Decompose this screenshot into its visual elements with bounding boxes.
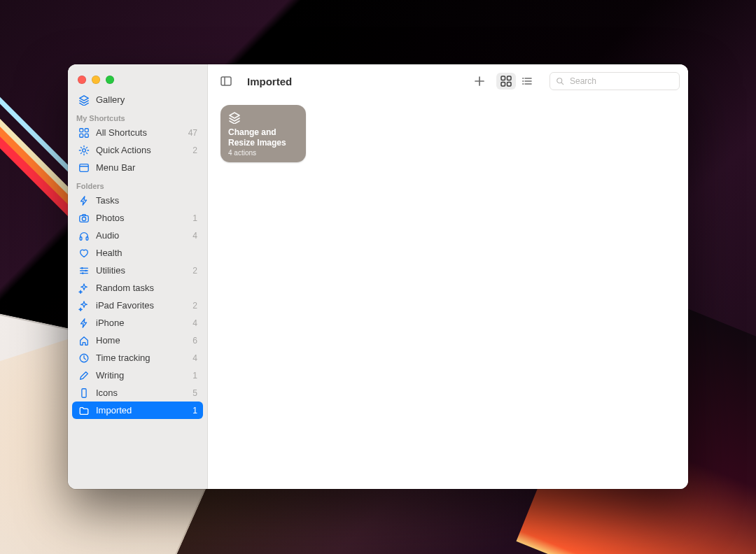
sidebar-item-label: Icons [96, 388, 187, 398]
shortcut-subtitle: 4 actions [228, 149, 298, 157]
sidebar-item-utilities[interactable]: Utilities2 [72, 262, 203, 279]
sidebar-item-gallery[interactable]: Gallery [72, 91, 203, 108]
sidebar-item-count: 5 [192, 388, 197, 398]
phone-icon [78, 388, 90, 399]
view-mode-group [496, 73, 537, 90]
sidebar-item-audio[interactable]: Audio4 [72, 227, 203, 244]
sidebar-item-imported[interactable]: Imported1 [72, 402, 203, 419]
grid4-icon [78, 127, 90, 138]
sidebar-item-count: 47 [188, 128, 197, 138]
new-shortcut-button[interactable] [470, 73, 489, 90]
sidebar-item-icons[interactable]: Icons5 [72, 384, 203, 402]
toggle-sidebar-button[interactable] [216, 73, 236, 90]
sidebar-item-label: Random tasks [96, 283, 192, 293]
sidebar-item-label: Gallery [96, 94, 192, 105]
sidebar-item-label: Writing [96, 370, 187, 381]
sidebar-item-label: Photos [96, 213, 187, 223]
sidebar-item-ipad-favorites[interactable]: iPad Favorites2 [72, 297, 203, 314]
search-icon [555, 76, 565, 86]
sidebar-item-count: 6 [192, 336, 197, 346]
sidebar-item-all-shortcuts[interactable]: All Shortcuts47 [72, 124, 203, 141]
sidebar-item-label: Home [96, 335, 187, 346]
pen-icon [78, 370, 90, 381]
search-input[interactable] [568, 76, 674, 87]
sidebar-item-label: Time tracking [96, 353, 187, 363]
window-controls [68, 69, 207, 91]
sidebar-item-health[interactable]: Health [72, 244, 203, 262]
sidebar-item-home[interactable]: Home6 [72, 332, 203, 349]
window-icon [78, 162, 90, 173]
house-icon [78, 335, 90, 346]
sidebar-item-label: All Shortcuts [96, 127, 183, 138]
headphones-icon [78, 230, 90, 241]
clock-icon [78, 353, 90, 364]
sidebar-item-menu-bar[interactable]: Menu Bar [72, 159, 203, 176]
sidebar-item-label: Quick Actions [96, 145, 187, 155]
sidebar-item-count: 4 [192, 318, 197, 328]
sidebar-section-title: Folders [68, 176, 207, 192]
shortcut-title: Change and Resize Images [228, 127, 298, 148]
layers-icon [228, 111, 298, 124]
shortcuts-window: Gallery My ShortcutsAll Shortcuts47Quick… [68, 64, 688, 489]
camera-icon [78, 213, 90, 224]
sidebar-item-count: 2 [192, 266, 197, 276]
sidebar-item-iphone[interactable]: iPhone4 [72, 314, 203, 332]
heart-icon [78, 248, 90, 259]
sidebar-item-label: Audio [96, 230, 187, 241]
minimize-button[interactable] [92, 76, 100, 84]
sidebar: Gallery My ShortcutsAll Shortcuts47Quick… [68, 64, 208, 489]
sidebar-item-random-tasks[interactable]: Random tasks [72, 279, 203, 297]
sidebar-item-label: Utilities [96, 265, 187, 276]
sidebar-section-title: My Shortcuts [68, 108, 207, 124]
sidebar-item-count: 1 [192, 371, 197, 381]
main-pane: Imported Change and Resize Images4 a [208, 64, 688, 489]
sidebar-item-label: iPad Favorites [96, 300, 187, 311]
sidebar-item-count: 4 [192, 231, 197, 241]
sidebar-item-tasks[interactable]: Tasks [72, 192, 203, 209]
search-field[interactable] [550, 72, 680, 90]
sidebar-item-time-tracking[interactable]: Time tracking4 [72, 349, 203, 367]
layers-icon [78, 94, 90, 106]
list-view-button[interactable] [517, 73, 537, 90]
sidebar-item-count: 1 [192, 213, 197, 223]
shortcuts-grid: Change and Resize Images4 actions [208, 98, 688, 489]
sidebar-item-count: 2 [192, 301, 197, 311]
toolbar: Imported [208, 64, 688, 98]
sidebar-item-count: 4 [192, 353, 197, 363]
sidebar-item-photos[interactable]: Photos1 [72, 209, 203, 227]
page-title: Imported [247, 76, 292, 87]
grid-view-button[interactable] [496, 73, 516, 90]
sidebar-item-label: Health [96, 248, 192, 258]
folder-icon [78, 405, 90, 416]
sliders-icon [78, 265, 90, 276]
shortcut-card[interactable]: Change and Resize Images4 actions [220, 105, 306, 162]
sidebar-item-quick-actions[interactable]: Quick Actions2 [72, 141, 203, 159]
sidebar-item-label: Menu Bar [96, 162, 192, 173]
bolt-icon [78, 195, 90, 206]
sparkle-icon [78, 283, 90, 294]
sidebar-item-label: Tasks [96, 195, 192, 206]
gear-icon [78, 145, 90, 156]
sidebar-item-writing[interactable]: Writing1 [72, 367, 203, 384]
zoom-button[interactable] [106, 76, 114, 84]
sidebar-item-count: 1 [192, 406, 197, 416]
bolt-icon [78, 318, 90, 329]
sidebar-item-label: iPhone [96, 318, 187, 328]
sidebar-item-label: Imported [96, 405, 187, 416]
sparkle-icon [78, 300, 90, 311]
sidebar-item-count: 2 [192, 145, 197, 155]
close-button[interactable] [78, 76, 86, 84]
